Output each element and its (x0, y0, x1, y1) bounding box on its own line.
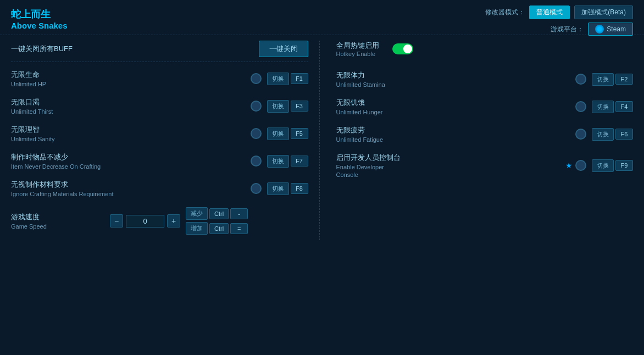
main-content: 一键关闭所有BUFF 一键关闭 无限生命 Unlimited HP 切换 F1 … (0, 35, 644, 246)
switch-btn-unlimited-hunger[interactable]: 切换 (592, 101, 614, 113)
key-btn-unlimited-hp[interactable]: F1 (291, 73, 308, 84)
speed-decrease-button[interactable]: − (110, 214, 123, 228)
key-btn-unlimited-sanity[interactable]: F5 (291, 128, 308, 139)
cheat-en-unlimited-thirst: Unlimited Thirst (11, 108, 251, 115)
switch-btn-unlimited-stamina[interactable]: 切换 (592, 73, 614, 86)
cheat-hotkey-unlimited-fatigue: 切换 F6 (592, 128, 633, 141)
cheat-cn-unlimited-fatigue: 无限疲劳 (336, 125, 576, 135)
switch-btn-unlimited-sanity[interactable]: 切换 (267, 127, 289, 140)
cheat-info-unlimited-stamina: 无限体力 Unlimited Stamina (336, 70, 576, 88)
hotkey-en: Hotkey Enable (336, 51, 379, 57)
switch-btn-unlimited-fatigue[interactable]: 切换 (592, 128, 614, 141)
speed-increase-hotkey: 增加 Ctrl = (186, 222, 248, 235)
key-btn-ignore-crafting[interactable]: F8 (291, 183, 308, 194)
switch-btn-ignore-crafting[interactable]: 切换 (267, 182, 289, 195)
cheat-en-unlimited-fatigue: Unlimited Fatigue (336, 136, 576, 143)
speed-decrease-minus[interactable]: - (230, 208, 248, 219)
cheat-en-unlimited-stamina: Unlimited Stamina (336, 81, 576, 88)
cheat-hotkey-unlimited-thirst: 切换 F3 (267, 100, 308, 113)
switch-btn-item-never-decrease[interactable]: 切换 (267, 155, 289, 168)
developer-console-en2: Console (336, 171, 566, 178)
game-speed-row: 游戏速度 Game Speed − + 减少 Ctrl - 增加 Ctrl = (11, 207, 308, 235)
game-speed-cn: 游戏速度 (11, 212, 110, 222)
cheat-info-unlimited-hp: 无限生命 Unlimited HP (11, 70, 251, 87)
game-speed-en: Game Speed (11, 223, 110, 230)
right-cheat-row-unlimited-stamina: 无限体力 Unlimited Stamina 切换 F2 (336, 70, 634, 88)
steam-icon (595, 25, 604, 34)
game-speed-info: 游戏速度 Game Speed (11, 212, 110, 230)
steam-label: Steam (607, 25, 626, 33)
developer-console-hotkey: 切换 F9 (592, 159, 633, 172)
developer-console-row: 启用开发人员控制台 Enable Developer Console ★ 切换 … (336, 153, 634, 178)
switch-btn-unlimited-hp[interactable]: 切换 (267, 73, 289, 85)
left-cheat-row-unlimited-sanity: 无限理智 Unlimited Sanity 切换 F5 (11, 125, 308, 142)
cheat-toggle-unlimited-stamina[interactable] (575, 74, 586, 85)
speed-decrease-label[interactable]: 减少 (186, 207, 208, 220)
one-key-row: 一键关闭所有BUFF 一键关闭 (11, 41, 308, 62)
hotkey-enable-row: 全局热键启用 Hotkey Enable (336, 41, 634, 63)
cheat-toggle-unlimited-thirst[interactable] (251, 101, 262, 112)
mode-row: 修改器模式： 普通模式 加强模式(Beta) (485, 5, 633, 19)
cheat-hotkey-ignore-crafting: 切换 F8 (267, 182, 308, 195)
developer-key-btn[interactable]: F9 (615, 160, 633, 171)
key-btn-unlimited-fatigue[interactable]: F6 (615, 129, 633, 140)
close-all-button[interactable]: 一键关闭 (259, 41, 308, 57)
cheat-en-unlimited-sanity: Unlimited Sanity (11, 136, 251, 142)
cheat-hotkey-unlimited-stamina: 切换 F2 (592, 73, 633, 86)
left-panel: 一键关闭所有BUFF 一键关闭 无限生命 Unlimited HP 切换 F1 … (11, 41, 320, 240)
key-btn-unlimited-stamina[interactable]: F2 (615, 74, 633, 85)
cheat-info-unlimited-sanity: 无限理智 Unlimited Sanity (11, 125, 251, 142)
key-btn-unlimited-thirst[interactable]: F3 (291, 101, 308, 112)
cheat-info-item-never-decrease: 制作时物品不减少 Item Never Decrease On Crafting (11, 152, 251, 170)
developer-console-toggle[interactable] (575, 160, 586, 171)
key-btn-unlimited-hunger[interactable]: F4 (615, 101, 633, 112)
hotkey-labels: 全局热键启用 Hotkey Enable (336, 41, 379, 57)
cheat-info-unlimited-thirst: 无限口渴 Unlimited Thirst (11, 97, 251, 115)
developer-console-info: 启用开发人员控制台 Enable Developer Console (336, 153, 566, 178)
cheat-hotkey-unlimited-hunger: 切换 F4 (592, 101, 633, 113)
speed-decrease-hotkey: 减少 Ctrl - (186, 207, 248, 220)
cheat-en-unlimited-hp: Unlimited HP (11, 81, 251, 87)
cheat-toggle-unlimited-hp[interactable] (251, 73, 262, 84)
speed-increase-equals[interactable]: = (230, 223, 248, 234)
cheat-cn-unlimited-thirst: 无限口渴 (11, 97, 251, 107)
cheat-cn-ignore-crafting: 无视制作材料要求 (11, 180, 251, 190)
speed-stepper: − + (110, 214, 180, 228)
right-panel: 全局热键启用 Hotkey Enable 无限体力 Unlimited Stam… (320, 41, 634, 240)
cheat-toggle-ignore-crafting[interactable] (251, 183, 262, 194)
cheat-cn-unlimited-stamina: 无限体力 (336, 70, 576, 80)
steam-button[interactable]: Steam (588, 23, 633, 36)
cheat-toggle-unlimited-fatigue[interactable] (575, 129, 586, 140)
normal-mode-button[interactable]: 普通模式 (529, 5, 570, 19)
platform-label: 游戏平台： (551, 25, 584, 34)
speed-increase-label[interactable]: 增加 (186, 222, 208, 235)
cheat-info-unlimited-hunger: 无限饥饿 Unlimited Hunger (336, 98, 576, 115)
developer-switch-btn[interactable]: 切换 (592, 159, 614, 172)
cheat-info-unlimited-fatigue: 无限疲劳 Unlimited Fatigue (336, 125, 576, 143)
switch-btn-unlimited-thirst[interactable]: 切换 (267, 100, 289, 113)
left-cheat-row-unlimited-thirst: 无限口渴 Unlimited Thirst 切换 F3 (11, 97, 308, 115)
left-cheat-row-item-never-decrease: 制作时物品不减少 Item Never Decrease On Crafting… (11, 152, 308, 170)
hotkey-toggle[interactable] (392, 43, 413, 54)
speed-decrease-ctrl[interactable]: Ctrl (209, 208, 229, 219)
speed-value-input[interactable] (126, 215, 164, 228)
platform-row: 游戏平台： Steam (551, 23, 633, 36)
cheat-toggle-item-never-decrease[interactable] (251, 156, 262, 167)
cheat-en-item-never-decrease: Item Never Decrease On Crafting (11, 163, 251, 170)
cheat-toggle-unlimited-hunger[interactable] (575, 101, 586, 112)
cheat-hotkey-unlimited-hp: 切换 F1 (267, 73, 308, 85)
left-cheats-list: 无限生命 Unlimited HP 切换 F1 无限口渴 Unlimited T… (11, 70, 308, 197)
cheat-cn-unlimited-hp: 无限生命 (11, 70, 251, 80)
cheat-en-unlimited-hunger: Unlimited Hunger (336, 109, 576, 115)
hotkey-cn: 全局热键启用 (336, 41, 379, 51)
right-cheats-list: 无限体力 Unlimited Stamina 切换 F2 无限饥饿 Unlimi… (336, 70, 634, 143)
speed-hotkeys: 减少 Ctrl - 增加 Ctrl = (186, 207, 248, 235)
enhanced-mode-button[interactable]: 加强模式(Beta) (574, 5, 633, 19)
key-btn-item-never-decrease[interactable]: F7 (291, 156, 308, 167)
speed-increase-ctrl[interactable]: Ctrl (209, 223, 229, 234)
one-key-label: 一键关闭所有BUFF (11, 44, 73, 54)
cheat-cn-item-never-decrease: 制作时物品不减少 (11, 152, 251, 162)
speed-increase-button[interactable]: + (167, 214, 180, 228)
cheat-toggle-unlimited-sanity[interactable] (251, 128, 262, 139)
developer-console-en1: Enable Developer (336, 164, 566, 170)
